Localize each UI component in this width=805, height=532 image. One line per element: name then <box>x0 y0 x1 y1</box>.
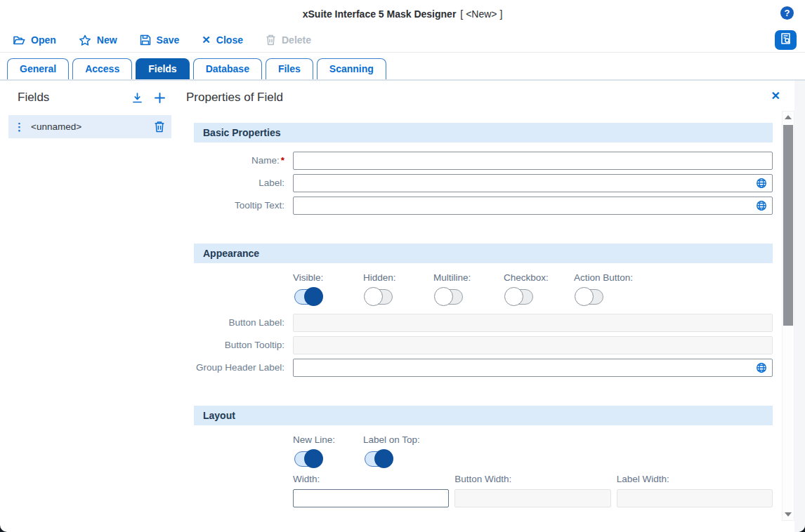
label-on-top-toggle[interactable] <box>365 451 393 467</box>
checkbox-toggle[interactable] <box>505 289 533 305</box>
fields-sidebar-actions <box>131 92 171 104</box>
new-line-label: New Line: <box>293 434 363 445</box>
toggle-knob <box>504 287 523 306</box>
translate-globe-icon[interactable] <box>756 200 767 211</box>
hidden-toggle[interactable] <box>365 289 393 305</box>
label-on-top-label: Label on Top: <box>363 434 420 445</box>
button-label-label: Button Label: <box>194 317 284 329</box>
tab-general[interactable]: General <box>7 58 69 79</box>
label-label: Label: <box>194 177 284 189</box>
form-preview-button[interactable] <box>775 30 797 50</box>
scrollbar-thumb[interactable] <box>783 125 793 326</box>
page-title: xSuite Interface 5 Mask Designer[ <New> … <box>303 8 503 20</box>
section-basic-properties: Basic Properties <box>194 123 773 142</box>
delete-button[interactable]: Delete <box>266 34 311 46</box>
save-button[interactable]: Save <box>140 34 180 46</box>
fields-sidebar-title: Fields <box>18 91 49 105</box>
translate-globe-icon[interactable] <box>756 362 767 373</box>
new-button-label: New <box>97 34 117 46</box>
field-list-item[interactable]: ⋮ <unnamed> <box>8 115 171 138</box>
action-button-toggle-group: Action Button: <box>574 272 633 305</box>
toggle-knob <box>374 449 393 468</box>
title-bar: xSuite Interface 5 Mask Designer[ <New> … <box>0 0 805 28</box>
download-icon[interactable] <box>131 92 143 104</box>
add-field-icon[interactable] <box>154 92 166 104</box>
name-input[interactable] <box>293 152 773 170</box>
properties-panel: Properties of Field ✕ Basic Properties N… <box>176 81 805 532</box>
visible-label: Visible: <box>293 272 363 283</box>
fields-sidebar: Fields ⋮ <unnamed> <box>0 81 176 532</box>
hidden-label: Hidden: <box>363 272 433 283</box>
help-button[interactable]: ? <box>780 6 794 20</box>
tooltip-text-input[interactable] <box>293 197 773 215</box>
open-folder-icon <box>13 34 25 46</box>
trash-icon <box>266 34 276 46</box>
fields-sidebar-header: Fields <box>8 91 171 105</box>
group-header-label-row: Group Header Label: <box>194 359 773 377</box>
properties-panel-title: Properties of Field <box>186 91 805 105</box>
toggle-knob <box>575 287 594 306</box>
scroll-down-arrow-icon[interactable] <box>783 509 794 520</box>
tooltip-text-label: Tooltip Text: <box>194 199 284 212</box>
page-title-state: [ <New> ] <box>460 8 502 20</box>
button-label-input <box>293 314 773 332</box>
tab-fields[interactable]: Fields <box>136 58 189 79</box>
tooltip-text-row: Tooltip Text: <box>194 197 773 215</box>
document-search-icon <box>780 32 792 48</box>
toggle-knob <box>304 287 323 306</box>
checkbox-toggle-group: Checkbox: <box>504 272 574 305</box>
label-on-top-toggle-group: Label on Top: <box>363 434 420 467</box>
button-tooltip-label: Button Tooltip: <box>194 339 284 352</box>
button-width-label: Button Width: <box>454 474 610 484</box>
multiline-toggle-group: Multiline: <box>433 272 504 305</box>
button-width-input <box>454 489 610 507</box>
tab-scanning[interactable]: Scanning <box>317 58 386 79</box>
name-label: Name:* <box>194 154 284 167</box>
new-line-toggle[interactable] <box>294 451 322 467</box>
action-button-toggle[interactable] <box>575 289 603 305</box>
toggle-knob <box>434 287 453 306</box>
delete-field-icon[interactable] <box>154 121 165 133</box>
properties-form: Basic Properties Name:* Label: Tooltip T… <box>194 123 773 507</box>
delete-button-label: Delete <box>282 34 311 46</box>
content-area: Fields ⋮ <unnamed> Properties of Field ✕… <box>0 81 805 532</box>
toolbar: Open New Save ✕ Close Delete <box>0 28 805 53</box>
vertical-scrollbar[interactable] <box>782 111 794 521</box>
save-icon <box>140 34 151 46</box>
group-header-label-label: Group Header Label: <box>194 361 284 374</box>
panel-close-icon[interactable]: ✕ <box>771 89 780 102</box>
tab-access[interactable]: Access <box>72 58 132 79</box>
button-tooltip-row: Button Tooltip: <box>194 336 773 354</box>
tab-database[interactable]: Database <box>193 58 262 79</box>
group-header-label-input[interactable] <box>293 359 773 377</box>
layout-toggles: New Line: Label on Top: <box>293 434 773 467</box>
width-row: Width: Button Width: Label Width: <box>293 474 773 507</box>
drag-handle-icon[interactable]: ⋮ <box>14 121 25 132</box>
appearance-toggles: Visible: Hidden: Multiline: Checkbox: <box>293 272 773 305</box>
tab-bar: General Access Fields Database Files Sca… <box>0 53 805 81</box>
label-width-label: Label Width: <box>617 474 773 484</box>
close-button[interactable]: ✕ Close <box>202 34 243 46</box>
label-width-input <box>617 489 773 507</box>
label-row: Label: <box>194 174 773 192</box>
scroll-up-arrow-icon[interactable] <box>783 112 794 123</box>
page-title-name: xSuite Interface 5 Mask Designer <box>303 8 457 20</box>
toggle-knob <box>364 287 383 306</box>
button-width-group: Button Width: <box>454 474 610 507</box>
translate-globe-icon[interactable] <box>756 178 767 189</box>
open-button-label: Open <box>31 34 56 46</box>
close-icon: ✕ <box>202 34 211 46</box>
visible-toggle[interactable] <box>294 289 322 305</box>
star-icon <box>79 34 91 46</box>
tab-files[interactable]: Files <box>266 58 313 79</box>
multiline-toggle[interactable] <box>435 289 463 305</box>
new-button[interactable]: New <box>79 34 117 46</box>
checkbox-label: Checkbox: <box>504 272 574 283</box>
field-list-item-label: <unnamed> <box>31 121 81 132</box>
required-asterisk: * <box>281 155 284 166</box>
width-label: Width: <box>293 474 449 484</box>
help-icon: ? <box>785 8 790 18</box>
width-input[interactable] <box>293 489 449 507</box>
open-button[interactable]: Open <box>13 34 56 46</box>
label-input[interactable] <box>293 174 773 192</box>
